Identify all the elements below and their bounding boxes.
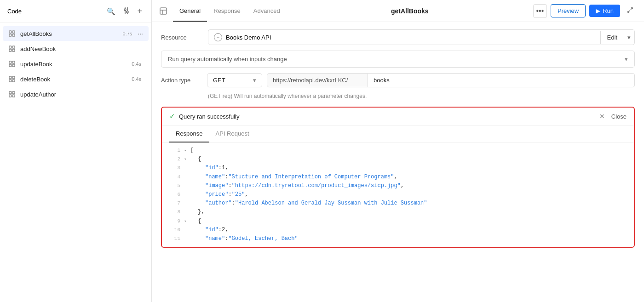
resource-row: Resource ↔ Books Demo API Edit ▾ bbox=[161, 29, 635, 45]
collapse-triangle-2[interactable]: ▾ bbox=[184, 156, 190, 163]
plus-icon: + bbox=[137, 6, 142, 16]
tab-response[interactable]: Response bbox=[207, 1, 247, 22]
sidebar-title: Code bbox=[7, 8, 22, 15]
sidebar-item-addNewBook[interactable]: addNewBook bbox=[3, 41, 149, 56]
sidebar: Code 🔍 + bbox=[0, 0, 152, 302]
json-viewer: 1 ▾ [ 2 ▾ { 3 "id" : 1 , bbox=[162, 142, 634, 247]
svg-rect-19 bbox=[12, 76, 15, 79]
tab-general[interactable]: General bbox=[173, 1, 207, 22]
svg-rect-21 bbox=[12, 80, 15, 82]
response-panel: ✓ Query ran successfully ✕ Close Respons… bbox=[161, 107, 635, 248]
sidebar-header-icons: 🔍 + bbox=[105, 6, 144, 17]
auto-run-row[interactable]: Run query automatically when inputs chan… bbox=[161, 51, 635, 68]
search-icon: 🔍 bbox=[107, 7, 115, 16]
dots-icon: ••• bbox=[536, 7, 544, 15]
query-icon-updateAuthor bbox=[8, 91, 17, 98]
filter-icon bbox=[123, 7, 130, 16]
rtab-api-request[interactable]: API Request bbox=[209, 125, 256, 142]
json-line-11: 11 "name" : "Godel, Escher, Bach" bbox=[162, 234, 634, 243]
action-type-select[interactable]: GET ▾ bbox=[207, 73, 262, 87]
json-line-9: 9 ▾ { bbox=[162, 217, 634, 226]
query-icon-deleteBook bbox=[8, 75, 17, 83]
svg-rect-23 bbox=[12, 91, 15, 94]
sidebar-item-label-deleteBook: deleteBook bbox=[20, 76, 128, 83]
sidebar-item-getAllBooks[interactable]: getAllBooks 0.7s ··· bbox=[3, 26, 149, 41]
auto-run-label: Run query automatically when inputs chan… bbox=[168, 56, 287, 63]
svg-rect-10 bbox=[9, 46, 12, 48]
auto-run-chevron-icon: ▾ bbox=[625, 56, 628, 63]
sidebar-item-label-updateAuthor: updateAuthor bbox=[20, 91, 138, 98]
response-header: ✓ Query ran successfully ✕ Close bbox=[162, 108, 634, 125]
add-query-button[interactable]: + bbox=[135, 6, 144, 17]
svg-point-1 bbox=[126, 11, 128, 13]
svg-rect-13 bbox=[12, 49, 15, 51]
json-line-7: 7 "author" : "Harold Abelson and Gerald … bbox=[162, 199, 634, 208]
resource-edit-group: Edit ▾ bbox=[600, 31, 634, 44]
sidebar-item-label-updateBook: updateBook bbox=[20, 61, 128, 68]
svg-rect-20 bbox=[9, 80, 12, 82]
resource-name: Books Demo API bbox=[226, 34, 271, 41]
close-button[interactable]: Close bbox=[611, 113, 627, 120]
collapse-triangle-9[interactable]: ▾ bbox=[184, 218, 190, 225]
svg-rect-12 bbox=[9, 49, 12, 51]
success-icon: ✓ bbox=[169, 112, 175, 120]
resource-chevron-button[interactable]: ▾ bbox=[624, 31, 634, 44]
rtab-response[interactable]: Response bbox=[169, 125, 209, 142]
json-line-5: 5 "image" : "https://cdn.tryretool.com/p… bbox=[162, 182, 634, 190]
svg-rect-25 bbox=[12, 95, 15, 97]
sidebar-list: getAllBooks 0.7s ··· addNewBook updateBo… bbox=[0, 23, 151, 105]
resource-label: Resource bbox=[161, 34, 202, 41]
json-line-1: 1 ▾ [ bbox=[162, 146, 634, 155]
resource-select-inner[interactable]: ↔ Books Demo API bbox=[208, 30, 600, 45]
tab-bar: General Response Advanced getAllBooks ••… bbox=[152, 0, 644, 22]
action-path-input[interactable] bbox=[368, 73, 635, 87]
more-icon-getAllBooks[interactable]: ··· bbox=[138, 30, 143, 37]
sidebar-header: Code 🔍 + bbox=[0, 0, 151, 23]
resource-edit-button[interactable]: Edit bbox=[601, 31, 624, 44]
action-hint: (GET req) Will run automatically wheneve… bbox=[161, 93, 635, 99]
resource-select-wrap[interactable]: ↔ Books Demo API Edit ▾ bbox=[208, 29, 635, 45]
svg-rect-6 bbox=[9, 31, 12, 33]
chevron-down-icon: ▾ bbox=[627, 34, 631, 41]
svg-rect-9 bbox=[12, 34, 15, 36]
svg-rect-16 bbox=[9, 64, 12, 67]
expand-button[interactable] bbox=[624, 5, 637, 17]
json-line-4: 4 "name" : "Stucture and Interpretation … bbox=[162, 173, 634, 182]
svg-point-0 bbox=[124, 9, 126, 11]
json-line-10: 10 "id" : 2 , bbox=[162, 226, 634, 234]
svg-rect-15 bbox=[12, 61, 15, 63]
sidebar-item-updateBook[interactable]: updateBook 0.4s bbox=[3, 57, 149, 71]
more-options-button[interactable]: ••• bbox=[533, 4, 547, 18]
svg-rect-11 bbox=[12, 46, 15, 48]
run-triangle-icon: ▶ bbox=[596, 7, 600, 14]
success-text: Query ran successfully bbox=[179, 113, 596, 120]
collapse-triangle-1[interactable]: ▾ bbox=[184, 148, 190, 154]
svg-rect-24 bbox=[9, 95, 12, 97]
response-tabs: Response API Request bbox=[162, 125, 634, 142]
sidebar-item-badge-getAllBooks: 0.7s bbox=[123, 31, 132, 36]
close-x-icon[interactable]: ✕ bbox=[599, 113, 605, 120]
json-line-2: 2 ▾ { bbox=[162, 155, 634, 164]
preview-button[interactable]: Preview bbox=[551, 4, 586, 17]
json-line-6: 6 "price" : "25" , bbox=[162, 190, 634, 199]
svg-rect-17 bbox=[12, 64, 15, 67]
query-icon-getAllBooks bbox=[8, 30, 17, 37]
action-type-label: Action type bbox=[161, 77, 202, 84]
filter-button[interactable] bbox=[121, 6, 132, 17]
sidebar-item-label-getAllBooks: getAllBooks bbox=[20, 30, 119, 37]
main-panel: General Response Advanced getAllBooks ••… bbox=[152, 0, 644, 302]
search-button[interactable]: 🔍 bbox=[105, 6, 117, 17]
action-type-value: GET bbox=[213, 77, 225, 84]
sidebar-item-updateAuthor[interactable]: updateAuthor bbox=[3, 87, 149, 102]
tab-advanced[interactable]: Advanced bbox=[247, 1, 287, 22]
query-icon-updateBook bbox=[8, 60, 17, 68]
sidebar-item-deleteBook[interactable]: deleteBook 0.4s bbox=[3, 72, 149, 86]
svg-rect-8 bbox=[9, 34, 12, 36]
run-button[interactable]: ▶ Run bbox=[589, 5, 620, 17]
tab-actions: ••• Preview ▶ Run bbox=[533, 4, 637, 18]
svg-rect-26 bbox=[160, 8, 167, 14]
content-area: Resource ↔ Books Demo API Edit ▾ Run que… bbox=[152, 22, 644, 302]
svg-rect-7 bbox=[12, 31, 15, 33]
sidebar-item-badge-deleteBook: 0.4s bbox=[132, 76, 141, 82]
svg-rect-14 bbox=[9, 61, 12, 63]
